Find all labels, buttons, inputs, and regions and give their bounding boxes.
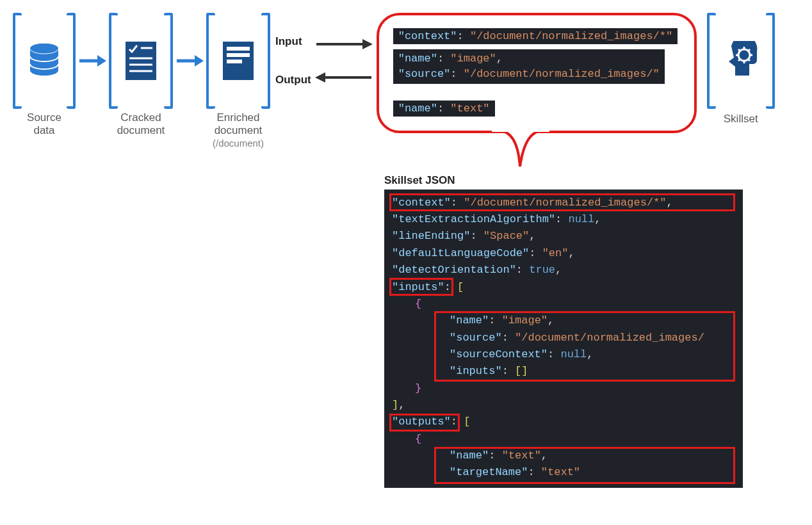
callout-tail-icon xyxy=(492,128,549,170)
skillset-json-body: "context": "/document/normalized_images/… xyxy=(384,190,743,488)
svg-line-26 xyxy=(748,49,750,51)
callout-bubble: "context": "/document/normalized_images/… xyxy=(377,13,697,133)
pipeline-row: Source data Cracked document xyxy=(13,13,799,149)
cracked-document-label: Cracked document xyxy=(117,111,165,138)
io-arrows xyxy=(315,13,373,109)
input-label: Input xyxy=(275,35,311,48)
svg-rect-13 xyxy=(227,53,250,57)
database-icon xyxy=(22,42,67,79)
io-labels: Input Output xyxy=(275,13,315,109)
svg-line-28 xyxy=(748,59,750,61)
skillset-group: Skillset xyxy=(707,13,775,125)
svg-rect-19 xyxy=(492,128,549,132)
callout-input-block: "name": "image", "source": "/document/no… xyxy=(393,49,665,84)
checklist-document-icon xyxy=(118,40,164,81)
svg-marker-18 xyxy=(315,72,325,83)
arrow-left-icon xyxy=(315,70,373,85)
svg-line-27 xyxy=(738,59,740,61)
source-data-label: Source data xyxy=(27,111,61,138)
skillset-json-section: Skillset JSON "context": "/document/norm… xyxy=(384,174,743,488)
svg-marker-10 xyxy=(195,55,204,67)
callout-context-line: "context": "/document/normalized_images/… xyxy=(393,28,678,44)
enriched-document-label: Enriched document xyxy=(215,111,263,138)
enriched-document-group: Enriched document (/document) xyxy=(206,13,270,149)
skillset-label: Skillset xyxy=(724,113,758,125)
output-label: Output xyxy=(275,74,311,86)
cracked-document-group: Cracked document xyxy=(109,13,173,138)
skillset-json-title: Skillset JSON xyxy=(384,174,743,187)
callout-output-line: "name": "text" xyxy=(393,101,495,117)
svg-rect-14 xyxy=(227,60,242,63)
svg-marker-16 xyxy=(362,39,373,49)
arrow-right-icon xyxy=(315,36,373,52)
svg-rect-12 xyxy=(227,47,250,51)
svg-marker-3 xyxy=(97,55,106,67)
source-data-group: Source data xyxy=(13,13,76,138)
arrow-icon xyxy=(78,13,106,109)
document-lines-icon xyxy=(215,40,261,81)
svg-line-25 xyxy=(738,49,740,51)
arrow-icon xyxy=(175,13,204,109)
cognitive-head-icon xyxy=(716,41,766,81)
enriched-document-sublabel: (/document) xyxy=(213,138,264,149)
